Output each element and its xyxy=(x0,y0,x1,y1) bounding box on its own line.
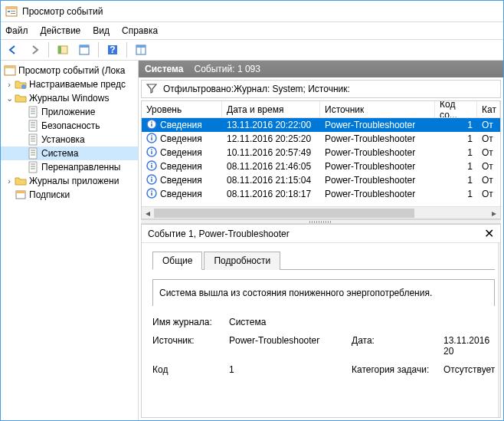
tree-forwarded[interactable]: Перенаправленны xyxy=(1,160,138,174)
show-tree-button[interactable] xyxy=(54,41,72,58)
svg-rect-21 xyxy=(29,120,37,131)
events-table: Уровень Дата и время Источник Код со... … xyxy=(141,100,501,219)
tree-security[interactable]: Безопасность xyxy=(1,119,138,133)
cell-datetime: 08.11.2016 21:15:04 xyxy=(222,173,320,187)
scroll-right-icon[interactable]: ▸ xyxy=(488,207,500,219)
col-source[interactable]: Источник xyxy=(320,101,435,117)
label-category: Категория задачи: xyxy=(352,364,443,375)
col-eventid[interactable]: Код со... xyxy=(435,101,477,117)
table-row[interactable]: Сведения08.11.2016 21:15:04Power-Trouble… xyxy=(142,173,500,187)
vertical-scrollbar[interactable]: ▴ ▾ xyxy=(498,243,500,417)
properties-button[interactable] xyxy=(75,41,93,58)
cell-category: От xyxy=(477,118,500,132)
filter-icon[interactable] xyxy=(146,83,157,96)
svg-text:?: ? xyxy=(110,44,115,55)
col-level[interactable]: Уровень xyxy=(142,101,222,117)
cell-source: Power-Troubleshooter xyxy=(320,173,435,187)
table-row[interactable]: Сведения13.11.2016 20:22:00Power-Trouble… xyxy=(142,118,500,132)
cell-datetime: 08.11.2016 20:18:17 xyxy=(222,187,320,201)
forward-button[interactable] xyxy=(25,41,44,58)
collapse-icon[interactable]: ⌄ xyxy=(4,94,15,104)
menu-view[interactable]: Вид xyxy=(93,25,110,36)
table-row[interactable]: Сведения12.11.2016 20:25:20Power-Trouble… xyxy=(142,132,500,146)
cell-eventid: 1 xyxy=(435,160,477,173)
tab-details[interactable]: Подробности xyxy=(204,252,280,270)
right-panel: Система Событий: 1 093 Отфильтровано:Жур… xyxy=(139,61,503,420)
tree-winlogs-label: Журналы Windows xyxy=(29,93,109,104)
tab-general[interactable]: Общие xyxy=(152,252,202,270)
tree-custom-views[interactable]: › Настраиваемые предс xyxy=(1,77,138,91)
expand-icon[interactable]: › xyxy=(4,176,15,186)
eventviewer-icon xyxy=(4,64,16,77)
tree-system-label: Система xyxy=(41,148,78,159)
table-body: Сведения13.11.2016 20:22:00Power-Trouble… xyxy=(142,118,500,206)
event-properties: Имя журнала: Система Источник: Power-Tro… xyxy=(152,317,495,375)
back-button[interactable] xyxy=(4,41,22,58)
close-icon[interactable]: ✕ xyxy=(484,226,494,241)
splitter[interactable] xyxy=(141,219,501,224)
cell-category: От xyxy=(477,146,500,160)
blank xyxy=(443,317,495,327)
svg-rect-4 xyxy=(11,13,15,14)
tree-app-label: Приложение xyxy=(41,107,95,117)
info-icon xyxy=(146,174,157,187)
svg-rect-2 xyxy=(8,11,10,12)
svg-rect-52 xyxy=(151,179,152,182)
menu-action[interactable]: Действие xyxy=(41,25,81,36)
svg-rect-17 xyxy=(29,107,37,117)
svg-rect-43 xyxy=(151,137,152,140)
tree-app-logs[interactable]: › Журналы приложени xyxy=(1,174,138,188)
cell-eventid: 1 xyxy=(435,187,477,201)
svg-rect-44 xyxy=(151,135,152,136)
svg-rect-49 xyxy=(151,165,152,168)
tree-subscriptions[interactable]: Подписки xyxy=(1,188,138,202)
tree-system[interactable]: Система xyxy=(1,146,138,160)
cell-datetime: 10.11.2016 20:57:49 xyxy=(222,146,320,160)
table-header: Уровень Дата и время Источник Код со... … xyxy=(142,101,500,118)
svg-rect-1 xyxy=(6,7,17,9)
scroll-thumb[interactable] xyxy=(154,209,414,218)
expand-icon[interactable]: › xyxy=(4,80,15,89)
cell-datetime: 12.11.2016 20:25:20 xyxy=(222,132,320,146)
label-logname: Имя журнала: xyxy=(152,317,229,327)
tree-application[interactable]: Приложение xyxy=(1,105,138,119)
tree-custom-label: Настраиваемые предс xyxy=(29,79,126,90)
col-datetime[interactable]: Дата и время xyxy=(222,101,320,117)
log-icon xyxy=(27,147,39,160)
cell-level: Сведения xyxy=(160,147,202,158)
value-source: Power-Troubleshooter xyxy=(229,335,352,357)
tree-setup-label: Установка xyxy=(41,134,85,145)
svg-rect-41 xyxy=(151,121,152,123)
scroll-left-icon[interactable]: ◂ xyxy=(142,207,154,219)
scroll-down-icon[interactable]: ▾ xyxy=(499,405,500,417)
cell-category: От xyxy=(477,187,500,201)
toolbar-sep-3 xyxy=(126,42,127,58)
tree-root[interactable]: Просмотр событий (Лока xyxy=(1,64,138,77)
cell-level: Сведения xyxy=(160,161,202,172)
cell-level: Сведения xyxy=(160,120,202,130)
menu-help[interactable]: Справка xyxy=(122,25,158,36)
titlebar: Просмотр событий xyxy=(1,1,503,22)
tree-setup[interactable]: Установка xyxy=(1,133,138,146)
value-eventid: 1 xyxy=(229,364,352,375)
col-category[interactable]: Кат xyxy=(477,101,500,117)
menu-file[interactable]: Файл xyxy=(5,25,28,36)
detail-title-text: Событие 1, Power-Troubleshooter xyxy=(148,229,290,239)
panel-layout-button[interactable] xyxy=(132,41,150,58)
detail-body: Общие Подробности Система вышла из состо… xyxy=(142,243,500,417)
svg-rect-33 xyxy=(29,162,37,173)
folder-icon xyxy=(15,175,27,187)
help-button[interactable]: ? xyxy=(103,41,122,58)
panel-header: Система Событий: 1 093 xyxy=(139,61,503,77)
tree-windows-logs[interactable]: ⌄ Журналы Windows xyxy=(1,91,138,105)
table-row[interactable]: Сведения10.11.2016 20:57:49Power-Trouble… xyxy=(142,146,500,160)
svg-rect-46 xyxy=(151,151,152,154)
table-row[interactable]: Сведения08.11.2016 21:46:05Power-Trouble… xyxy=(142,160,500,173)
svg-rect-3 xyxy=(11,11,15,12)
scroll-up-icon[interactable]: ▴ xyxy=(499,243,500,255)
cell-eventid: 1 xyxy=(435,173,477,187)
window-title: Просмотр событий xyxy=(22,6,103,17)
horizontal-scrollbar[interactable]: ◂ ▸ xyxy=(142,206,500,219)
table-row[interactable]: Сведения08.11.2016 20:18:17Power-Trouble… xyxy=(142,187,500,201)
svg-rect-38 xyxy=(16,191,25,193)
